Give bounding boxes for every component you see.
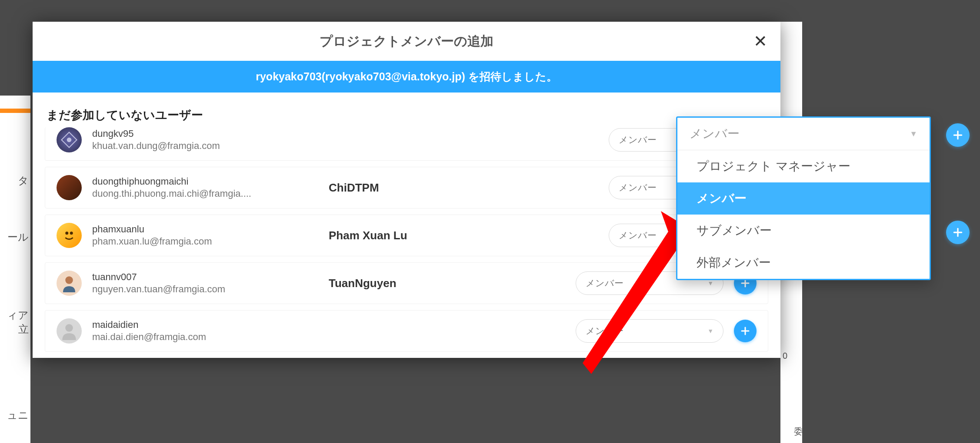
user-info: dungkv95 khuat.van.dung@framgia.com — [92, 128, 318, 152]
bg-side-text: ール — [0, 230, 30, 244]
username: maidaidien — [92, 319, 318, 331]
dropdown-selected-label: メンバー — [690, 126, 740, 142]
dropdown-option-external-member[interactable]: 外部メンバー — [677, 247, 930, 279]
svg-point-4 — [65, 276, 73, 284]
bg-right-text: 委 — [794, 426, 803, 437]
section-title: まだ参加していないユーザー — [33, 93, 780, 132]
avatar — [57, 175, 82, 200]
user-info: phamxuanlu pham.xuan.lu@framgia.com — [92, 224, 318, 247]
username: phamxuanlu — [92, 224, 318, 235]
dropdown-selected[interactable]: メンバー ▼ — [677, 118, 930, 150]
avatar-icon — [60, 131, 78, 149]
role-select[interactable]: メンバー ▼ — [576, 319, 723, 343]
avatar — [57, 318, 82, 344]
user-email: duong.thi.phuong.mai.chi@framgia.... — [92, 188, 318, 199]
avatar — [57, 271, 82, 296]
bg-accent — [0, 109, 30, 113]
bg-side-text: ュニ — [0, 408, 30, 422]
role-select-label: メンバー — [619, 182, 657, 194]
user-row: tuannv007 nguyen.van.tuan@framgia.com Tu… — [45, 262, 768, 304]
username: dungkv95 — [92, 128, 318, 139]
plus-icon — [952, 129, 963, 141]
role-select-label: メンバー — [586, 277, 623, 289]
role-select-label: メンバー — [619, 229, 657, 241]
user-list: dungkv95 khuat.van.dung@framgia.com メンバー… — [33, 127, 780, 352]
user-email: khuat.van.dung@framgia.com — [92, 140, 318, 152]
chevron-down-icon: ▼ — [910, 129, 917, 139]
avatar-icon — [60, 226, 78, 245]
username: tuannv007 — [92, 271, 318, 283]
close-button[interactable]: ✕ — [753, 33, 767, 50]
user-info: tuannv007 nguyen.van.tuan@framgia.com — [92, 271, 318, 295]
dropdown-option-member[interactable]: メンバー — [677, 182, 930, 215]
dropdown-option-project-manager[interactable]: プロジェクト マネージャー — [677, 150, 930, 182]
bg-side-text: タ — [0, 174, 30, 188]
plus-icon — [952, 227, 963, 238]
user-info: duongthiphuongmaichi duong.thi.phuong.ma… — [92, 176, 318, 199]
avatar-icon — [60, 274, 78, 292]
role-dropdown[interactable]: メンバー ▼ プロジェクト マネージャー メンバー サブメンバー 外部メンバー — [676, 116, 931, 280]
user-display-name: TuanNguyen — [329, 277, 565, 290]
user-row: maidaidien mai.dai.dien@framgia.com メンバー… — [45, 310, 768, 352]
modal-title: プロジェクトメンバーの追加 — [320, 33, 493, 50]
user-info: maidaidien mai.dai.dien@framgia.com — [92, 319, 318, 343]
chevron-down-icon: ▼ — [707, 327, 713, 334]
add-member-button[interactable] — [734, 320, 757, 342]
svg-point-1 — [67, 138, 72, 142]
bg-right-text: 0 — [783, 351, 787, 361]
user-row: duongthiphuongmaichi duong.thi.phuong.ma… — [45, 167, 768, 208]
role-select-label: メンバー — [619, 134, 657, 146]
person-icon — [60, 322, 78, 340]
avatar — [57, 223, 82, 248]
user-row: dungkv95 khuat.van.dung@framgia.com メンバー — [45, 127, 768, 161]
user-email: pham.xuan.lu@framgia.com — [92, 236, 318, 247]
svg-point-5 — [65, 324, 73, 332]
plus-icon — [740, 326, 750, 336]
svg-point-2 — [65, 231, 68, 235]
user-row: phamxuanlu pham.xuan.lu@framgia.com Pham… — [45, 215, 768, 256]
success-banner: ryokyako703(ryokyako703@via.tokyo.jp) を招… — [33, 61, 780, 93]
avatar — [57, 127, 82, 152]
username: duongthiphuongmaichi — [92, 176, 318, 187]
bg-panel — [0, 96, 30, 443]
bg-side-text: ィア立 — [0, 308, 30, 336]
user-email: mai.dai.dien@framgia.com — [92, 331, 318, 343]
dropdown-option-sub-member[interactable]: サブメンバー — [677, 215, 930, 247]
role-select-label: メンバー — [586, 325, 623, 337]
user-email: nguyen.van.tuan@framgia.com — [92, 284, 318, 295]
user-display-name: ChiDTPM — [329, 181, 598, 195]
chevron-down-icon: ▼ — [707, 280, 713, 287]
add-member-button[interactable] — [946, 221, 970, 244]
user-display-name: Pham Xuan Lu — [329, 229, 598, 242]
add-member-button[interactable] — [946, 123, 970, 147]
svg-point-3 — [70, 231, 73, 235]
add-member-modal: プロジェクトメンバーの追加 ✕ ryokyako703(ryokyako703@… — [33, 22, 780, 358]
modal-header: プロジェクトメンバーの追加 ✕ — [33, 22, 780, 61]
